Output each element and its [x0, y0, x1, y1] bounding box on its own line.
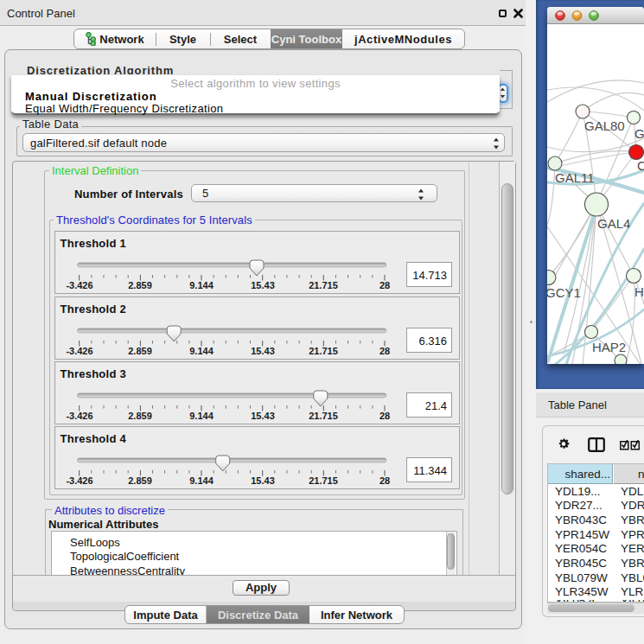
svg-text:GA: GA — [634, 126, 644, 141]
svg-text:GAL80: GAL80 — [584, 118, 625, 133]
svg-text:GAL11: GAL11 — [555, 170, 595, 185]
svg-text:H: H — [634, 284, 644, 299]
svg-text:GAL4: GAL4 — [597, 216, 630, 231]
svg-text:C: C — [637, 158, 644, 173]
svg-text:HAP2: HAP2 — [592, 340, 626, 354]
svg-text:GCY1: GCY1 — [547, 285, 581, 300]
